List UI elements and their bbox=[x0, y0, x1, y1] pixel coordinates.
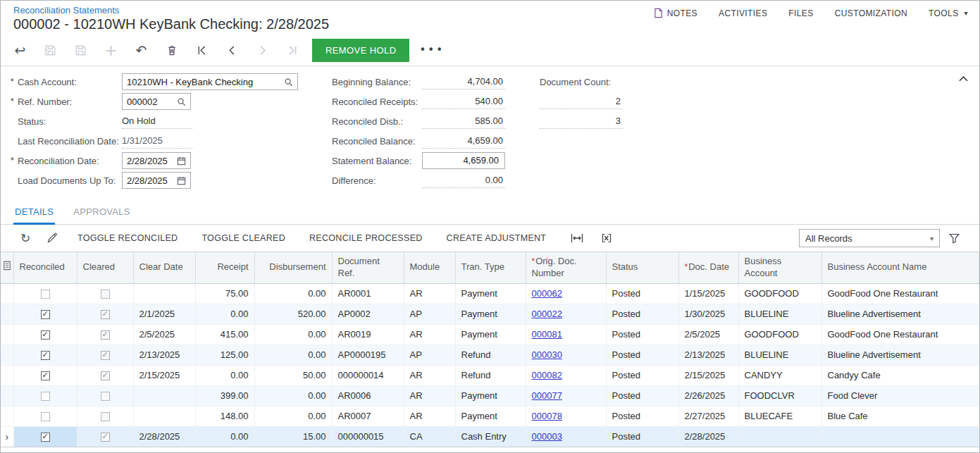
cell-business_account_name: GoodFood One Restaurant bbox=[821, 283, 979, 304]
menu-item-activities[interactable]: ACTIVITIES bbox=[719, 8, 767, 18]
previous-record-button[interactable] bbox=[217, 38, 247, 62]
column-header-disbursement[interactable]: Disbursement bbox=[254, 252, 332, 283]
cell-clear_date bbox=[133, 283, 195, 304]
cell-disbursement: 0.00 bbox=[254, 385, 332, 406]
menu-item-tools[interactable]: TOOLS ▾ bbox=[929, 8, 968, 18]
orig-doc-number-link[interactable]: 000022 bbox=[532, 309, 562, 319]
status-label: Status: bbox=[18, 116, 122, 127]
edit-record-button[interactable] bbox=[39, 228, 66, 249]
cell-doc_date: 2/28/2025 bbox=[678, 426, 738, 447]
column-header-clear_date[interactable]: Clear Date bbox=[133, 252, 195, 283]
table-row[interactable]: 2/13/2025125.000.00AP0000195APRefund0000… bbox=[1, 345, 979, 365]
cell-tran_type: Cash Entry bbox=[455, 426, 526, 447]
orig-doc-number-link[interactable]: 000077 bbox=[532, 390, 562, 401]
reconciled-checkbox[interactable] bbox=[41, 412, 50, 421]
row-selector-cell[interactable]: › bbox=[1, 426, 13, 447]
back-button[interactable]: ↩ bbox=[5, 38, 35, 62]
cash-account-input[interactable]: 10210WH - KeyBank Checking bbox=[122, 73, 298, 90]
column-header-status[interactable]: Status bbox=[606, 252, 678, 283]
column-header-cleared[interactable]: Cleared bbox=[77, 252, 133, 283]
row-selector-cell[interactable] bbox=[1, 324, 13, 345]
cell-cleared bbox=[77, 426, 133, 447]
column-header-document_ref[interactable]: Document Ref. bbox=[332, 252, 404, 283]
tab-details[interactable]: DETAILS bbox=[13, 206, 55, 224]
toggle-reconciled-button[interactable]: TOGGLE RECONCILED bbox=[66, 233, 190, 243]
required-star: * bbox=[685, 262, 688, 272]
orig-doc-number-link[interactable]: 000078 bbox=[532, 411, 562, 421]
more-actions-button[interactable]: ••• bbox=[419, 44, 445, 56]
column-header-receipt[interactable]: Receipt bbox=[195, 252, 254, 283]
orig-doc-number-link[interactable]: 000003 bbox=[532, 431, 562, 442]
column-header-module[interactable]: Module bbox=[404, 252, 455, 283]
search-icon[interactable] bbox=[177, 97, 186, 106]
orig-doc-number-link[interactable]: 000081 bbox=[532, 329, 562, 340]
table-row[interactable]: ›2/28/20250.0015.00000000015CACash Entry… bbox=[1, 426, 979, 447]
column-header-business_account_name[interactable]: Business Account Name bbox=[821, 252, 979, 283]
table-row[interactable]: 2/15/20250.0050.00000000014ARRefund00008… bbox=[1, 365, 979, 385]
toggle-cleared-button[interactable]: TOGGLE CLEARED bbox=[190, 233, 297, 243]
reconcile-processed-button[interactable]: RECONCILE PROCESSED bbox=[297, 233, 435, 243]
orig-doc-number-link[interactable]: 000082 bbox=[532, 370, 562, 380]
save-button[interactable] bbox=[66, 38, 96, 62]
load-documents-input[interactable]: 2/28/2025 bbox=[122, 172, 191, 189]
reconciled-checkbox[interactable] bbox=[41, 392, 50, 401]
remove-hold-button[interactable]: REMOVE HOLD bbox=[312, 39, 409, 62]
table-row[interactable]: 75.000.00AR0001ARPayment000062Posted1/15… bbox=[1, 283, 979, 304]
table-row[interactable]: 148.000.00AR0007ARPayment000078Posted2/2… bbox=[1, 406, 979, 426]
row-selector-cell[interactable] bbox=[1, 304, 13, 324]
ref-number-input[interactable]: 000002 bbox=[122, 93, 191, 110]
calendar-icon[interactable] bbox=[177, 156, 186, 166]
menu-item-notes[interactable]: NOTES bbox=[654, 8, 697, 18]
first-record-button[interactable] bbox=[187, 38, 217, 62]
required-star: * bbox=[11, 97, 18, 106]
column-header-tran_type[interactable]: Tran. Type bbox=[455, 252, 526, 283]
create-adjustment-button[interactable]: CREATE ADJUSTMENT bbox=[435, 233, 559, 243]
reconciled-checkbox[interactable] bbox=[41, 351, 50, 360]
collapse-panel-button[interactable] bbox=[959, 72, 968, 85]
cell-reconciled bbox=[13, 426, 77, 447]
statement-balance-input[interactable]: 4,659.00 bbox=[422, 152, 505, 169]
row-selector-cell[interactable] bbox=[1, 283, 13, 304]
column-header-orig_doc_number[interactable]: *Orig. Doc. Number bbox=[526, 252, 606, 283]
table-row[interactable]: 2/1/20250.00520.00AP0002APPayment000022P… bbox=[1, 304, 979, 324]
column-header-business_account[interactable]: Business Account bbox=[738, 252, 821, 283]
cell-tran_type: Payment bbox=[455, 385, 526, 406]
cell-orig_doc_number: 000078 bbox=[526, 406, 606, 426]
reconciled-checkbox[interactable] bbox=[41, 290, 50, 299]
cancel-changes-button[interactable]: ↶ bbox=[126, 38, 156, 62]
table-row[interactable]: 2/5/2025415.000.00AR0019ARPayment000081P… bbox=[1, 324, 979, 345]
reconciliation-date-input[interactable]: 2/28/2025 bbox=[122, 152, 191, 169]
row-selector-cell[interactable] bbox=[1, 345, 13, 365]
calendar-icon[interactable] bbox=[177, 176, 186, 185]
cleared-checkbox bbox=[101, 412, 110, 421]
search-icon[interactable] bbox=[284, 77, 293, 87]
reconciled-checkbox[interactable] bbox=[41, 330, 50, 340]
reconciled-checkbox[interactable] bbox=[41, 371, 50, 380]
filter-settings-button[interactable] bbox=[940, 228, 968, 249]
row-selector-cell[interactable] bbox=[1, 385, 13, 406]
last-reconciliation-date-value: 1/31/2025 bbox=[122, 133, 192, 149]
filter-dropdown[interactable]: All Records ▾ bbox=[799, 229, 940, 247]
column-header-doc_date[interactable]: *Doc. Date bbox=[678, 252, 738, 283]
orig-doc-number-link[interactable]: 000030 bbox=[532, 349, 562, 360]
next-record-button[interactable] bbox=[247, 38, 278, 62]
delete-button[interactable] bbox=[156, 38, 187, 62]
menu-item-files[interactable]: FILES bbox=[788, 8, 813, 18]
export-to-excel-button[interactable] bbox=[595, 228, 619, 249]
refresh-button[interactable]: ↻ bbox=[12, 228, 39, 249]
orig-doc-number-link[interactable]: 000062 bbox=[532, 288, 562, 299]
reconciled-checkbox[interactable] bbox=[41, 433, 50, 442]
last-record-button[interactable] bbox=[278, 38, 308, 62]
fit-to-screen-button[interactable] bbox=[565, 228, 589, 249]
menu-item-customization[interactable]: CUSTOMIZATION bbox=[835, 8, 907, 18]
breadcrumb[interactable]: Reconciliation Statements bbox=[13, 5, 119, 15]
row-selector-cell[interactable] bbox=[1, 365, 13, 385]
row-selector-cell[interactable] bbox=[1, 406, 13, 426]
add-record-button[interactable]: + bbox=[96, 38, 126, 62]
column-header-reconciled[interactable]: Reconciled bbox=[13, 252, 77, 283]
table-row[interactable]: 399.000.00AR0006ARPayment000077Posted2/2… bbox=[1, 385, 979, 406]
reconciled-checkbox[interactable] bbox=[41, 310, 50, 319]
tab-approvals[interactable]: APPROVALS bbox=[72, 206, 132, 224]
menu-label: FILES bbox=[788, 8, 813, 18]
save-close-button[interactable] bbox=[35, 38, 66, 62]
